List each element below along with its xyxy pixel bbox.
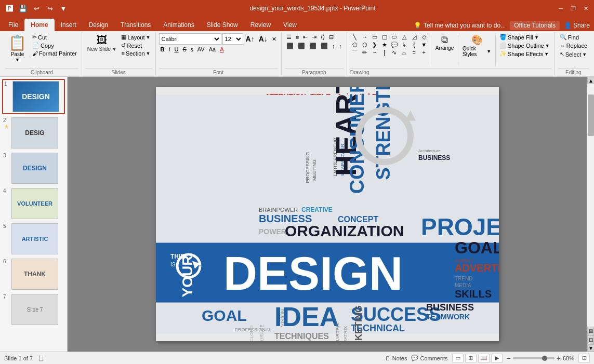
tab-animations[interactable]: Animations — [157, 19, 200, 31]
line-spacing-button[interactable]: ↕ — [337, 43, 344, 50]
fit-window-button[interactable]: ⊡ — [578, 354, 590, 363]
curve-shape[interactable]: ⌒ — [350, 49, 360, 56]
align-right-button[interactable]: ⬛ — [308, 42, 318, 50]
share-button[interactable]: 👤 Share — [564, 22, 590, 29]
s-curve-shape[interactable]: ~ — [370, 49, 379, 56]
align-left-button[interactable]: ⬛ — [285, 42, 295, 50]
restore-button[interactable]: ❐ — [569, 4, 577, 12]
tab-home[interactable]: Home — [24, 19, 54, 31]
justify-button[interactable]: ⬛ — [319, 42, 329, 50]
select-dropdown[interactable]: ▼ — [582, 52, 587, 57]
strikethrough-button[interactable]: S — [181, 46, 188, 53]
cut-button[interactable]: ✂ Cut — [31, 33, 78, 41]
reset-button[interactable]: ↺ Reset — [120, 42, 152, 49]
triangle-shape[interactable]: △ — [400, 33, 409, 41]
star-shape[interactable]: ★ — [380, 41, 389, 48]
italic-button[interactable]: I — [167, 46, 171, 53]
underline-button[interactable]: U — [173, 46, 180, 53]
brace-shape[interactable]: { — [410, 41, 419, 48]
bent-arrow-shape[interactable]: ↳ — [400, 41, 409, 48]
columns-button[interactable]: ⊟ — [327, 33, 335, 41]
tab-review[interactable]: Review — [244, 19, 277, 31]
comments-button[interactable]: 💬 Comments — [411, 355, 447, 361]
numbered-list-button[interactable]: ≡ — [294, 34, 300, 41]
copy-button[interactable]: 📄 Copy — [31, 42, 78, 49]
arc-shape[interactable]: ⌓ — [400, 49, 409, 56]
plus-shape[interactable]: + — [419, 49, 429, 56]
wavy-shape[interactable]: ∿ — [390, 49, 399, 56]
arrange-button[interactable]: ⧉ Arrange — [433, 33, 456, 52]
more-shapes[interactable]: ▼ — [419, 41, 429, 48]
smartart-button[interactable]: ⟨⟩ — [319, 33, 326, 41]
scroll-thumb[interactable] — [588, 95, 594, 136]
increase-indent-button[interactable]: ⇥ — [310, 33, 318, 41]
pentagon-shape[interactable]: ⬠ — [350, 41, 360, 48]
tab-slideshow[interactable]: Slide Show — [201, 19, 244, 31]
new-slide-button[interactable]: 🖼 New Slide ▼ — [85, 33, 119, 53]
quick-styles-button[interactable]: 🎨 Quick Styles ▼ — [460, 33, 493, 58]
paste-dropdown-icon[interactable]: ▼ — [15, 57, 20, 62]
align-center-button[interactable]: ⬛ — [296, 42, 307, 50]
tab-view[interactable]: View — [277, 19, 303, 31]
slide-thumb-1[interactable]: 1 DESIGN — [2, 79, 65, 114]
shape-fill-dropdown[interactable]: ▼ — [534, 35, 539, 40]
minimize-button[interactable]: ─ — [557, 4, 565, 12]
format-painter-button[interactable]: 🖌 Format Painter — [31, 50, 78, 57]
paste-button[interactable]: 📋 Paste ▼ — [5, 33, 30, 63]
slide-sorter-button[interactable]: ⊞ — [465, 354, 477, 363]
decrease-indent-button[interactable]: ⇤ — [301, 33, 309, 41]
scroll-up-button[interactable]: ▲ — [587, 77, 594, 84]
chevron-shape[interactable]: ❯ — [370, 41, 379, 48]
slide-thumb-5[interactable]: 5 ARTISTIC — [2, 222, 65, 255]
shape-outline-dropdown[interactable]: ▼ — [545, 43, 550, 48]
notes-button[interactable]: 🗒 Notes — [385, 355, 407, 361]
tab-transitions[interactable]: Transitions — [114, 19, 157, 31]
close-button[interactable]: ✕ — [582, 4, 590, 12]
font-family-select[interactable]: Calibri Arial Times New Roman — [159, 33, 221, 45]
slide-thumb-7[interactable]: 7 Slide 7 — [2, 293, 65, 326]
slide-thumb-4[interactable]: 4 VOLUNTEER — [2, 187, 65, 220]
tell-me-input[interactable]: 💡 Tell me what you want to do... — [414, 22, 506, 29]
shadow-button[interactable]: s — [189, 46, 195, 53]
bullet-list-button[interactable]: ☰ — [285, 33, 293, 41]
callout-shape[interactable]: 💬 — [390, 41, 399, 48]
line-shape[interactable]: ╲ — [350, 33, 360, 41]
reading-view-button[interactable]: 📖 — [478, 354, 490, 363]
bracket-shape[interactable]: [ — [380, 49, 389, 56]
bold-button[interactable]: B — [159, 46, 166, 53]
fit-page-button[interactable]: ⊡ — [587, 335, 594, 344]
zoom-out-button[interactable]: − — [507, 354, 511, 362]
zoom-thumb[interactable] — [542, 356, 547, 361]
replace-button[interactable]: ↔ Replace — [558, 42, 589, 49]
tab-insert[interactable]: Insert — [55, 19, 83, 31]
rounded-rect-shape[interactable]: ▢ — [380, 33, 389, 41]
new-slide-dropdown[interactable]: ▼ — [112, 47, 117, 52]
section-button[interactable]: ≡ Section ▼ — [120, 50, 152, 57]
char-spacing-button[interactable]: AV — [196, 46, 206, 53]
font-size-select[interactable]: 12 14 18 24 — [222, 33, 243, 45]
select-button[interactable]: ↖ Select ▼ — [558, 50, 589, 58]
zoom-options-button[interactable]: ⊞ — [587, 327, 594, 335]
shape-outline-button[interactable]: ⬜ Shape Outline ▼ — [498, 42, 551, 49]
font-color-button[interactable]: A — [218, 46, 225, 53]
increase-font-button[interactable]: A↑ — [244, 34, 256, 44]
save-icon[interactable]: 💾 — [18, 3, 28, 14]
text-direction-button[interactable]: ↕ — [331, 43, 337, 50]
shape-fill-button[interactable]: 🪣 Shape Fill ▼ — [498, 33, 551, 41]
slideshow-view-button[interactable]: ▶ — [491, 354, 503, 363]
arrow-shape[interactable]: → — [360, 33, 369, 41]
freeform-shape[interactable]: ✏ — [360, 49, 369, 56]
equation-shape[interactable]: = — [410, 49, 419, 56]
shape-effects-dropdown[interactable]: ▼ — [544, 51, 549, 57]
scroll-down-button[interactable]: ▼ — [587, 344, 594, 352]
zoom-in-button[interactable]: + — [557, 354, 561, 362]
slide-thumb-3[interactable]: 3 DESIGN — [2, 152, 65, 185]
shape-effects-button[interactable]: ✨ Shape Effects ▼ — [498, 50, 551, 58]
diamond-shape[interactable]: ◇ — [419, 33, 429, 41]
hexagon-shape[interactable]: ⬡ — [360, 41, 369, 48]
tab-file[interactable]: File — [2, 19, 24, 31]
rtriangle-shape[interactable]: ◿ — [410, 33, 419, 41]
change-case-button[interactable]: Aa — [207, 46, 217, 53]
normal-view-button[interactable]: ▭ — [452, 354, 464, 363]
section-dropdown[interactable]: ▼ — [146, 51, 151, 56]
